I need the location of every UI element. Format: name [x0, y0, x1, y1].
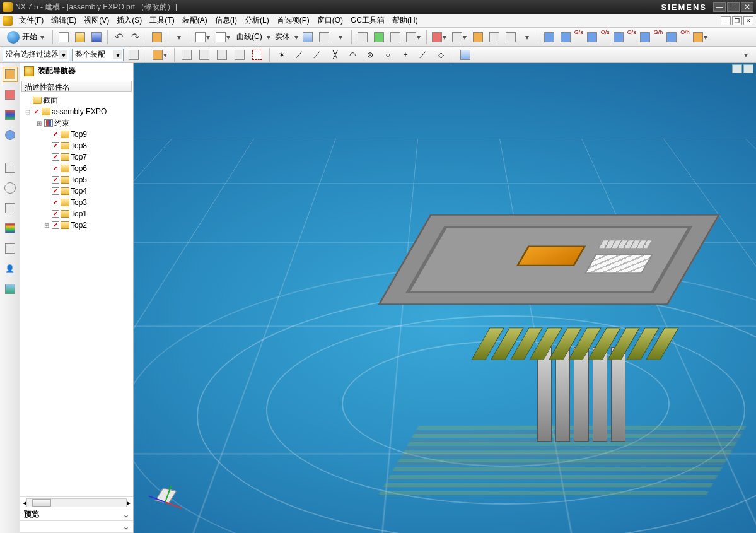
constraint-button-5[interactable] [503, 30, 518, 45]
sel-btn-5[interactable] [214, 47, 230, 62]
scroll-right-icon[interactable]: ▸ [127, 498, 131, 507]
checkbox-checked-icon[interactable]: ✔ [52, 165, 59, 172]
menu-file[interactable]: 文件(F) [15, 14, 47, 27]
resbar-roles[interactable] [3, 241, 18, 256]
snap-pt-8[interactable]: ＋ [398, 47, 413, 62]
menu-insert[interactable]: 插入(S) [113, 14, 146, 27]
open-button[interactable] [73, 30, 88, 45]
snap-pt-7[interactable]: ○ [380, 47, 395, 62]
tree-item[interactable]: ✔Top7 [24, 151, 133, 163]
menu-help[interactable]: 帮助(H) [388, 14, 422, 27]
navigator-tree[interactable]: 截面 ⊟ ✔ assembly EXPO ⊞ 约束 ✔Top9✔Top8✔Top… [20, 93, 133, 496]
resbar-image[interactable] [3, 281, 18, 296]
snap-pt-6[interactable]: ⊙ [363, 47, 378, 62]
menu-tools[interactable]: 工具(T) [146, 14, 178, 27]
sel-btn-2[interactable]: ▾ [151, 47, 170, 62]
sel-btn-3[interactable] [179, 47, 194, 62]
synch-button-3[interactable] [584, 30, 600, 45]
menu-edit[interactable]: 编辑(E) [47, 14, 80, 27]
constraint-button-1[interactable]: ▾ [430, 30, 449, 45]
redo-button[interactable]: ↷ [127, 30, 142, 45]
navigator-column-header[interactable]: 描述性部件名 [21, 81, 132, 92]
resbar-assembly-nav[interactable] [3, 67, 18, 82]
resbar-part-nav[interactable] [3, 87, 18, 102]
selection-scope-combo[interactable]: 整个装配 ▾ [72, 49, 124, 61]
resbar-user[interactable]: 👤 [3, 261, 18, 276]
synch-button-5[interactable] [637, 30, 653, 45]
curve-label[interactable]: 曲线(C) [234, 32, 265, 42]
navigator-h-scrollbar[interactable]: ◂ ▸ [20, 496, 133, 508]
checkbox-checked-icon[interactable]: ✔ [52, 199, 59, 206]
snap-pt-10[interactable]: ◇ [433, 47, 448, 62]
sel-btn-4[interactable] [197, 47, 212, 62]
view-triad[interactable] [146, 483, 184, 520]
menu-info[interactable]: 信息(I) [211, 14, 241, 27]
minimize-button[interactable]: — [713, 2, 726, 12]
undo-button[interactable]: ↶ [111, 30, 126, 45]
snap-pt-1[interactable]: ✶ [274, 47, 289, 62]
tree-item[interactable]: ✔Top9 [24, 129, 133, 140]
sel-btn-6[interactable] [232, 47, 247, 62]
constraint-button-2[interactable]: ▾ [450, 30, 469, 45]
tree-item[interactable]: ✔Top3 [24, 197, 133, 208]
maximize-button[interactable]: ☐ [727, 2, 740, 12]
navigator-preview-section[interactable]: 预览 ⌄ [20, 508, 133, 520]
selection-filter-combo[interactable]: 没有选择过滤器 ▾ [3, 49, 69, 61]
resbar-history[interactable] [3, 160, 18, 175]
mdi-close[interactable]: ✕ [743, 16, 753, 25]
snap-pt-5[interactable]: ◠ [345, 47, 360, 62]
mdi-restore[interactable]: ❐ [732, 16, 742, 25]
new-button[interactable] [56, 30, 71, 45]
synch-button-2[interactable] [558, 30, 573, 45]
close-button[interactable]: ✕ [741, 2, 753, 12]
toolbar-overflow-2[interactable]: ▾ [333, 30, 348, 45]
resbar-system[interactable] [3, 201, 18, 216]
menu-view[interactable]: 视图(V) [80, 14, 113, 27]
tree-item[interactable]: ⊞✔Top2 [24, 220, 133, 231]
sketch-button[interactable]: ▾ [194, 30, 212, 45]
toolbar-overflow-1[interactable]: ▾ [172, 30, 187, 45]
sel-btn-rect[interactable] [250, 47, 265, 62]
resbar-palette[interactable] [3, 221, 18, 236]
tree-root[interactable]: ⊟ ✔ assembly EXPO [24, 106, 133, 117]
tree-item[interactable]: ✔Top1 [24, 208, 133, 220]
resbar-clock[interactable] [3, 180, 18, 196]
assembly-button-3[interactable] [388, 30, 403, 45]
collapse-icon[interactable]: ⊟ [24, 108, 32, 115]
checkbox-checked-icon[interactable]: ✔ [52, 210, 59, 218]
assembly-button-1[interactable] [355, 30, 370, 45]
checkbox-checked-icon[interactable]: ✔ [52, 142, 59, 149]
resbar-web[interactable] [3, 127, 18, 143]
snap-pt-9[interactable]: ／ [416, 47, 431, 62]
curve-drop[interactable]: ▾ [266, 33, 271, 42]
scroll-thumb[interactable] [32, 499, 51, 507]
checkbox-checked-icon[interactable]: ✔ [52, 131, 59, 138]
resbar-reuse[interactable] [3, 107, 18, 122]
start-button[interactable]: 开始 ▾ [3, 30, 49, 45]
tree-section-node[interactable]: 截面 [24, 95, 133, 106]
expand-icon[interactable]: ⊞ [35, 120, 43, 127]
save-button[interactable] [89, 30, 104, 45]
snap-cube[interactable] [458, 47, 473, 62]
snap-pt-4[interactable]: ╳ [327, 47, 342, 62]
command-finder-button[interactable] [149, 30, 165, 45]
checkbox-checked-icon[interactable]: ✔ [52, 187, 59, 195]
expand-icon[interactable]: ⊞ [43, 222, 50, 229]
menu-assembly[interactable]: 装配(A) [178, 14, 211, 27]
tree-constraints[interactable]: ⊞ 约束 [24, 117, 133, 129]
snap-pt-3[interactable]: ／ [310, 47, 325, 62]
checkbox-checked-icon[interactable]: ✔ [52, 221, 59, 229]
navigator-extra-section[interactable]: ⌄ [20, 520, 133, 533]
synch-button-1[interactable] [542, 30, 557, 45]
checkbox-checked-icon[interactable]: ✔ [33, 108, 40, 115]
viewport-btn-1[interactable] [732, 64, 742, 73]
datum-plane-button[interactable]: ▾ [214, 30, 233, 45]
toolbar-overflow-3[interactable]: ▾ [520, 30, 535, 45]
tree-item[interactable]: ✔Top8 [24, 140, 133, 151]
tree-item[interactable]: ✔Top6 [24, 163, 133, 174]
menu-pref[interactable]: 首选项(P) [273, 14, 313, 27]
solid-label[interactable]: 实体 [272, 32, 293, 42]
checkbox-checked-icon[interactable]: ✔ [52, 153, 59, 161]
constraint-button-4[interactable] [487, 30, 502, 45]
constraint-button-3[interactable] [470, 30, 486, 45]
